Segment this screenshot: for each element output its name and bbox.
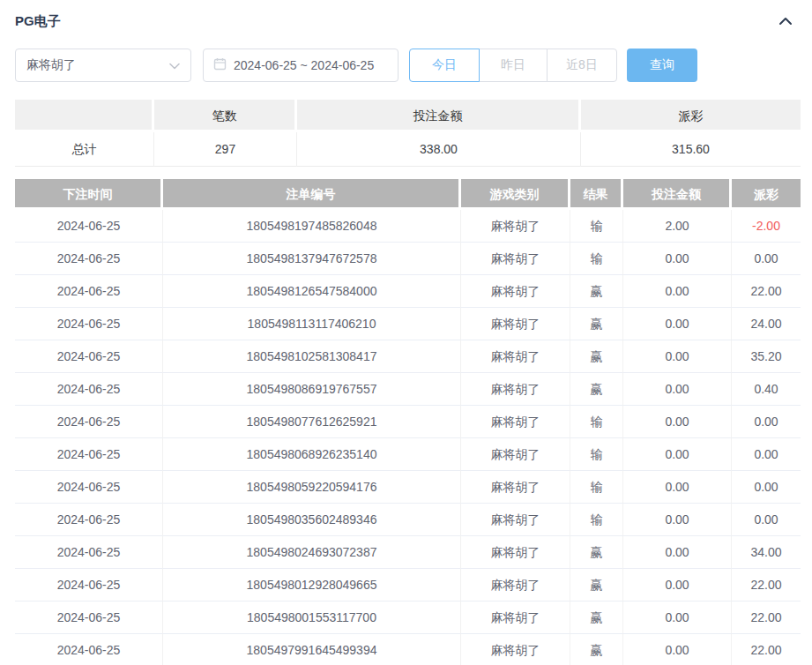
cell-game-type: 麻将胡了 xyxy=(461,373,570,406)
col-header-bet-time: 下注时间 xyxy=(15,179,163,210)
cell-result: 赢 xyxy=(570,634,623,665)
cell-bet-time: 2024-06-25 xyxy=(15,438,163,471)
summary-total-payout: 315.60 xyxy=(581,132,801,167)
cell-payout: 34.00 xyxy=(732,536,801,569)
search-button[interactable]: 查询 xyxy=(627,49,697,82)
summary-total-row: 总计 297 338.00 315.60 xyxy=(15,132,801,167)
table-row: 2024-06-251805498126547584000麻将胡了赢0.0022… xyxy=(15,275,801,308)
cell-bet-id: 1805498137947672578 xyxy=(163,243,461,275)
collapse-button[interactable] xyxy=(777,15,794,27)
summary-total-count: 297 xyxy=(154,132,297,167)
cell-payout: 0.00 xyxy=(732,438,801,471)
cell-bet-amount: 0.00 xyxy=(623,340,732,373)
col-header-bet-amount: 投注金额 xyxy=(623,179,732,210)
table-row: 2024-06-251805498035602489346麻将胡了输0.000.… xyxy=(15,504,801,536)
cell-result: 赢 xyxy=(570,536,623,569)
cell-bet-amount: 0.00 xyxy=(623,569,732,601)
table-row: 2024-06-251805498012928049665麻将胡了赢0.0022… xyxy=(15,569,801,601)
cell-payout: 22.00 xyxy=(732,275,801,308)
cell-result: 输 xyxy=(570,438,623,471)
cell-payout: 35.20 xyxy=(732,340,801,373)
col-header-result: 结果 xyxy=(570,179,623,210)
cell-bet-id: 1805497991645499394 xyxy=(163,634,461,665)
last-8-days-button[interactable]: 近8日 xyxy=(547,49,617,82)
summary-header-payout: 派彩 xyxy=(581,100,801,132)
cell-result: 赢 xyxy=(570,275,623,308)
bet-table-header-row: 下注时间 注单编号 游戏类别 结果 投注金额 派彩 xyxy=(15,179,801,210)
cell-game-type: 麻将胡了 xyxy=(461,471,570,504)
chevron-up-icon xyxy=(778,15,793,28)
cell-payout: 0.40 xyxy=(732,373,801,406)
cell-result: 输 xyxy=(570,243,623,275)
cell-bet-time: 2024-06-25 xyxy=(15,634,163,665)
cell-game-type: 麻将胡了 xyxy=(461,438,570,471)
page-title: PG电子 xyxy=(15,13,61,30)
table-row: 2024-06-251805497991645499394麻将胡了赢0.0022… xyxy=(15,634,801,665)
cell-result: 赢 xyxy=(570,373,623,406)
cell-bet-time: 2024-06-25 xyxy=(15,504,163,536)
cell-payout: 22.00 xyxy=(732,601,801,634)
bet-table-body: 2024-06-251805498197485826048麻将胡了输2.00-2… xyxy=(15,210,801,665)
summary-total-bet-amount: 338.00 xyxy=(297,132,581,167)
cell-payout: 0.00 xyxy=(732,471,801,504)
cell-game-type: 麻将胡了 xyxy=(461,536,570,569)
table-row: 2024-06-251805498077612625921麻将胡了输0.000.… xyxy=(15,406,801,438)
cell-bet-amount: 0.00 xyxy=(623,373,732,406)
col-header-bet-id: 注单编号 xyxy=(163,179,461,210)
cell-game-type: 麻将胡了 xyxy=(461,340,570,373)
cell-result: 赢 xyxy=(570,308,623,340)
cell-result: 输 xyxy=(570,471,623,504)
cell-game-type: 麻将胡了 xyxy=(461,275,570,308)
cell-bet-id: 1805498113117406210 xyxy=(163,308,461,340)
cell-bet-amount: 0.00 xyxy=(623,601,732,634)
cell-bet-time: 2024-06-25 xyxy=(15,536,163,569)
table-row: 2024-06-251805498059220594176麻将胡了输0.000.… xyxy=(15,471,801,504)
yesterday-button[interactable]: 昨日 xyxy=(479,49,548,82)
cell-game-type: 麻将胡了 xyxy=(461,634,570,665)
cell-bet-time: 2024-06-25 xyxy=(15,340,163,373)
cell-game-type: 麻将胡了 xyxy=(461,308,570,340)
cell-game-type: 麻将胡了 xyxy=(461,406,570,438)
cell-game-type: 麻将胡了 xyxy=(461,504,570,536)
col-header-payout: 派彩 xyxy=(732,179,801,210)
cell-bet-amount: 0.00 xyxy=(623,504,732,536)
cell-bet-id: 1805498012928049665 xyxy=(163,569,461,601)
cell-bet-id: 1805498035602489346 xyxy=(163,504,461,536)
cell-result: 输 xyxy=(570,406,623,438)
quick-range-group: 今日 昨日 近8日 xyxy=(409,49,617,82)
cell-bet-id: 1805498001553117700 xyxy=(163,601,461,634)
cell-payout: 24.00 xyxy=(732,308,801,340)
table-row: 2024-06-251805498197485826048麻将胡了输2.00-2… xyxy=(15,210,801,243)
cell-bet-id: 1805498086919767557 xyxy=(163,373,461,406)
cell-payout: 22.00 xyxy=(732,634,801,665)
cell-bet-time: 2024-06-25 xyxy=(15,210,163,243)
table-row: 2024-06-251805498001553117700麻将胡了赢0.0022… xyxy=(15,601,801,634)
cell-bet-amount: 0.00 xyxy=(623,406,732,438)
cell-bet-time: 2024-06-25 xyxy=(15,406,163,438)
cell-result: 赢 xyxy=(570,340,623,373)
table-row: 2024-06-251805498086919767557麻将胡了赢0.000.… xyxy=(15,373,801,406)
cell-bet-amount: 0.00 xyxy=(623,275,732,308)
game-select[interactable]: 麻将胡了 xyxy=(15,49,191,82)
bet-records-table: 下注时间 注单编号 游戏类别 结果 投注金额 派彩 2024-06-251805… xyxy=(15,179,801,665)
cell-bet-id: 1805498197485826048 xyxy=(163,210,461,243)
summary-header-count: 笔数 xyxy=(154,100,297,132)
summary-total-label: 总计 xyxy=(15,132,154,167)
cell-payout: 22.00 xyxy=(732,569,801,601)
cell-bet-amount: 2.00 xyxy=(623,210,732,243)
cell-bet-id: 1805498068926235140 xyxy=(163,438,461,471)
table-row: 2024-06-251805498137947672578麻将胡了输0.000.… xyxy=(15,243,801,275)
cell-bet-time: 2024-06-25 xyxy=(15,308,163,340)
date-range-input[interactable]: 2024-06-25 ~ 2024-06-25 xyxy=(203,49,399,82)
cell-bet-id: 1805498024693072387 xyxy=(163,536,461,569)
table-row: 2024-06-251805498024693072387麻将胡了赢0.0034… xyxy=(15,536,801,569)
cell-payout: 0.00 xyxy=(732,406,801,438)
today-button[interactable]: 今日 xyxy=(409,49,480,82)
cell-game-type: 麻将胡了 xyxy=(461,601,570,634)
cell-bet-time: 2024-06-25 xyxy=(15,569,163,601)
cell-bet-amount: 0.00 xyxy=(623,634,732,665)
cell-payout: 0.00 xyxy=(732,504,801,536)
section-header: PG电子 xyxy=(15,7,794,35)
cell-bet-time: 2024-06-25 xyxy=(15,275,163,308)
cell-bet-id: 1805498077612625921 xyxy=(163,406,461,438)
